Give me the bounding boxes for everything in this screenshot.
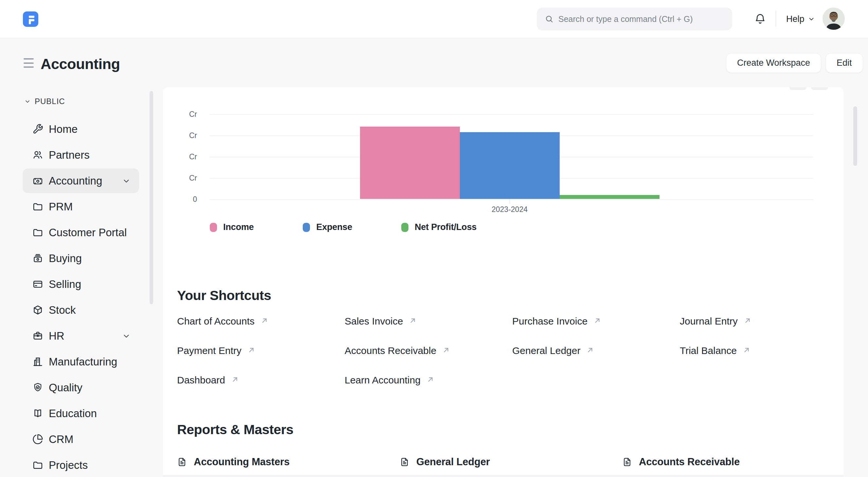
sidebar-item-label: CRM — [49, 433, 73, 446]
sidebar-toggle-button[interactable] — [24, 58, 34, 68]
y-axis-tick-label: Cr — [163, 174, 197, 183]
shortcut-link[interactable]: Trial Balance — [680, 336, 847, 365]
avatar[interactable] — [823, 7, 845, 30]
sidebar-item-label: Home — [49, 123, 78, 135]
shortcut-link[interactable]: Learn Accounting — [345, 365, 512, 395]
legend-item: Income — [210, 222, 254, 232]
sidebar-item[interactable]: Education — [23, 401, 139, 426]
sidebar-item[interactable]: Projects — [23, 453, 139, 477]
create-workspace-button[interactable]: Create Workspace — [726, 53, 821, 73]
sidebar-item-icon — [32, 201, 43, 212]
arrow-up-right-icon — [743, 316, 752, 325]
legend-swatch — [401, 223, 408, 232]
sidebar-item[interactable]: Selling — [23, 272, 139, 296]
file-text-icon — [400, 456, 409, 468]
report-group: Accounts Receivable — [622, 449, 845, 475]
sidebar-item-label: Selling — [49, 278, 81, 290]
y-axis-tick-label: Cr — [163, 110, 197, 119]
header-actions: Create Workspace Edit — [726, 53, 863, 73]
reports-heading: Reports & Masters — [177, 422, 293, 437]
help-label: Help — [786, 14, 805, 24]
report-group-label: General Ledger — [416, 456, 490, 468]
chart-toolbar-button-partial[interactable] — [789, 87, 806, 90]
arrow-up-right-icon — [742, 346, 751, 354]
bar-net-profit-loss — [560, 195, 659, 199]
shortcut-label: Payment Entry — [177, 345, 242, 356]
x-axis-tick — [509, 199, 510, 203]
frappe-logo[interactable] — [23, 11, 38, 27]
shortcut-link[interactable]: General Ledger — [512, 336, 680, 365]
sidebar-item-icon — [32, 253, 43, 264]
shortcut-label: Accounts Receivable — [345, 345, 436, 356]
sidebar-item[interactable]: PRM — [23, 194, 139, 219]
sidebar-item-icon — [32, 408, 43, 419]
sidebar-item[interactable]: Manufacturing — [23, 349, 139, 374]
sidebar-item[interactable]: Customer Portal — [23, 220, 139, 245]
arrow-up-right-icon — [442, 346, 451, 354]
legend-label: Income — [223, 222, 254, 232]
shortcut-link[interactable]: Dashboard — [177, 365, 345, 395]
shortcut-link[interactable]: Purchase Invoice — [512, 307, 680, 336]
x-axis-label: 2023-2024 — [461, 205, 559, 214]
notifications-button[interactable] — [754, 13, 766, 25]
chevron-down-icon — [24, 98, 31, 105]
sidebar-item[interactable]: Accounting — [23, 168, 139, 193]
bar-expense — [460, 132, 560, 199]
search-icon — [545, 14, 554, 24]
shortcut-link[interactable]: Payment Entry — [177, 336, 345, 365]
sidebar-section-label: PUBLIC — [35, 97, 65, 106]
sidebar-item[interactable]: Buying — [23, 246, 139, 271]
sidebar-item-label: Projects — [49, 459, 88, 471]
shortcut-link[interactable]: Sales Invoice — [345, 307, 512, 336]
file-text-icon — [177, 456, 187, 468]
shortcut-label: Journal Entry — [680, 316, 738, 327]
sidebar-item-label: Customer Portal — [49, 226, 127, 239]
legend-label: Expense — [316, 222, 352, 232]
sidebar-item[interactable]: Stock — [23, 298, 139, 322]
shortcuts-grid: Chart of Accounts Sales Invoice Purchase… — [177, 307, 847, 395]
chevron-down-icon — [122, 332, 131, 340]
sidebar-item-icon — [32, 382, 43, 393]
sidebar-item-label: PRM — [49, 200, 73, 213]
arrow-up-right-icon — [593, 316, 601, 325]
navbar: Help — [0, 0, 868, 38]
sidebar-item-label: Accounting — [49, 175, 102, 187]
sidebar-item-icon — [32, 176, 43, 187]
sidebar-section-public[interactable]: PUBLIC — [24, 97, 65, 106]
help-menu[interactable]: Help — [786, 13, 815, 25]
chart-toolbar-button-partial[interactable] — [811, 87, 828, 90]
sidebar-item-icon — [32, 305, 43, 316]
chevron-down-icon — [808, 15, 815, 23]
sidebar-item-icon — [32, 227, 43, 238]
sidebar-item-icon — [32, 150, 43, 161]
report-group-label: Accounting Masters — [194, 456, 290, 468]
sidebar-item-label: Education — [49, 407, 97, 420]
sidebar-scrollbar[interactable] — [150, 91, 153, 304]
sidebar-item[interactable]: Home — [23, 117, 139, 141]
file-text-icon — [622, 456, 632, 468]
sidebar-item-icon — [32, 330, 43, 342]
bell-icon — [754, 13, 766, 25]
shortcut-link[interactable]: Journal Entry — [680, 307, 847, 336]
report-group: General Ledger — [400, 449, 622, 475]
edit-button[interactable]: Edit — [826, 53, 863, 73]
report-group: Accounting Masters — [177, 449, 400, 475]
arrow-up-right-icon — [231, 375, 239, 384]
sidebar-item[interactable]: HR — [23, 324, 139, 348]
y-axis-tick-label: Cr — [163, 153, 197, 161]
sidebar-item-label: HR — [49, 330, 64, 342]
legend-item: Net Profit/Loss — [401, 222, 476, 232]
sidebar-item[interactable]: Partners — [23, 142, 139, 167]
page-scrollbar[interactable] — [853, 106, 857, 166]
sidebar-item[interactable]: CRM — [23, 427, 139, 451]
shortcut-link[interactable]: Accounts Receivable — [345, 336, 512, 365]
legend-label: Net Profit/Loss — [415, 222, 476, 232]
shortcut-link[interactable]: Chart of Accounts — [177, 307, 345, 336]
report-group-label: Accounts Receivable — [639, 456, 740, 468]
arrow-up-right-icon — [586, 346, 594, 354]
sidebar-item-label: Manufacturing — [49, 356, 117, 368]
legend-swatch — [303, 223, 310, 232]
sidebar-items: Home Partners Accounting — [0, 117, 163, 477]
search-input[interactable] — [558, 14, 724, 24]
sidebar-item[interactable]: Quality — [23, 375, 139, 400]
